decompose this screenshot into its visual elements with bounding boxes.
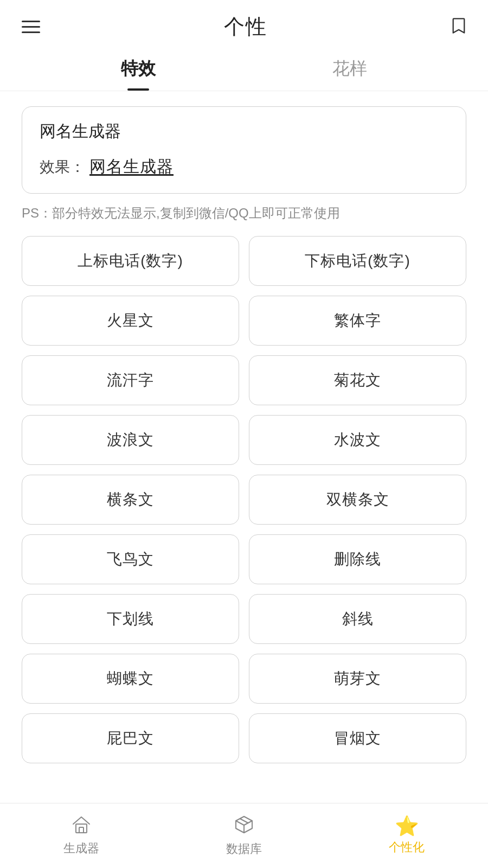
effect-btn-12[interactable]: 下划线 (22, 594, 239, 644)
tab-effects[interactable]: 特效 (33, 57, 244, 91)
effect-value: 网名生成器 (89, 156, 174, 178)
effect-preview-row: 效果： 网名生成器 (40, 156, 448, 178)
nav-label-generator: 生成器 (63, 840, 99, 857)
nav-item-database[interactable]: 数据库 (163, 815, 325, 857)
effect-btn-5[interactable]: 菊花文 (249, 355, 466, 405)
effect-btn-4[interactable]: 流汗字 (22, 355, 239, 405)
input-card: 效果： 网名生成器 (22, 106, 466, 194)
svg-rect-1 (79, 827, 84, 833)
effect-btn-14[interactable]: 蝴蝶文 (22, 654, 239, 704)
effect-btn-6[interactable]: 波浪文 (22, 415, 239, 465)
effect-btn-11[interactable]: 删除线 (249, 534, 466, 584)
effect-label: 效果： (40, 157, 85, 177)
effect-btn-9[interactable]: 双横条文 (249, 475, 466, 525)
effect-btn-8[interactable]: 横条文 (22, 475, 239, 525)
house-icon (72, 815, 91, 837)
effect-btn-17[interactable]: 冒烟文 (249, 713, 466, 763)
bookmark-icon[interactable] (451, 17, 466, 37)
box-icon (234, 815, 254, 838)
header: 个性 (0, 0, 488, 52)
ps-note: PS：部分特效无法显示,复制到微信/QQ上即可正常使用 (22, 203, 466, 223)
nav-label-personalize: 个性化 (389, 839, 425, 856)
effect-btn-0[interactable]: 上标电话(数字) (22, 236, 239, 286)
effect-btn-10[interactable]: 飞鸟文 (22, 534, 239, 584)
nav-label-database: 数据库 (226, 841, 262, 857)
effect-btn-1[interactable]: 下标电话(数字) (249, 236, 466, 286)
name-input[interactable] (40, 122, 448, 141)
effect-btn-16[interactable]: 屁巴文 (22, 713, 239, 763)
effect-button-grid: 上标电话(数字)下标电话(数字)火星文繁体字流汗字菊花文波浪文水波文横条文双横条… (0, 236, 488, 763)
menu-icon[interactable] (22, 21, 40, 33)
nav-item-personalize[interactable]: ⭐ 个性化 (325, 816, 488, 856)
tab-bar: 特效 花样 (0, 52, 488, 91)
effect-btn-15[interactable]: 萌芽文 (249, 654, 466, 704)
tab-patterns[interactable]: 花样 (244, 57, 455, 91)
page-title: 个性 (224, 13, 267, 41)
effect-btn-7[interactable]: 水波文 (249, 415, 466, 465)
svg-rect-0 (76, 824, 87, 833)
effect-btn-13[interactable]: 斜线 (249, 594, 466, 644)
effect-btn-2[interactable]: 火星文 (22, 296, 239, 346)
effect-btn-3[interactable]: 繁体字 (249, 296, 466, 346)
bottom-nav: 生成器 数据库 ⭐ 个性化 (0, 803, 488, 868)
nav-item-generator[interactable]: 生成器 (0, 815, 163, 857)
star-icon: ⭐ (395, 816, 419, 836)
